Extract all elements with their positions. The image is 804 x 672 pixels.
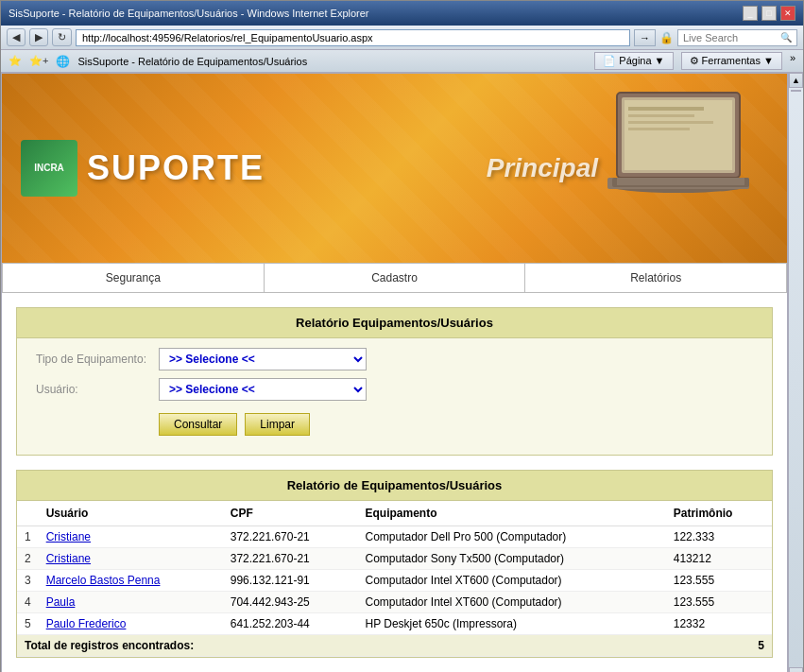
cell-patrimonio: 123.555 — [666, 592, 772, 613]
scroll-down-button[interactable]: ▼ — [789, 667, 803, 672]
cell-num: 1 — [17, 526, 39, 548]
browser-window: SisSuporte - Relatório de Equipamentos/U… — [0, 0, 804, 672]
col-cpf: CPF — [223, 501, 358, 526]
toolbar-buttons: 📄 Página ▼ ⚙ Ferramentas ▼ » — [594, 52, 795, 70]
table-row: 5 Paulo Frederico 641.252.203-44 HP Desk… — [17, 613, 772, 635]
total-row: Total de registros encontrados: 5 — [17, 635, 772, 657]
forward-button[interactable]: ▶ — [29, 28, 48, 46]
cell-equipamento: Computador Sony Tx500 (Computador) — [357, 548, 665, 570]
results-section: Relatório de Equipamentos/Usuários Usuár… — [16, 470, 773, 658]
window-title: SisSuporte - Relatório de Equipamentos/U… — [9, 8, 369, 19]
security-icon: 🔒 — [659, 31, 674, 44]
main-scroll: INCRA SUPORTE Principal — [1, 73, 788, 672]
refresh-button[interactable]: ↻ — [52, 28, 72, 46]
nav-relatorios[interactable]: Relatórios — [525, 264, 786, 292]
cell-num: 5 — [17, 613, 39, 635]
maximize-button[interactable]: □ — [761, 6, 777, 21]
logo-area: INCRA SUPORTE — [21, 140, 265, 197]
table-row: 1 Cristiane 372.221.670-21 Computador De… — [17, 526, 772, 548]
address-input[interactable] — [76, 29, 630, 46]
results-table: Usuário CPF Equipamento Patrimônio 1 Cri… — [17, 501, 772, 657]
total-label: Total de registros encontrados: — [17, 635, 666, 657]
cell-usuario[interactable]: Marcelo Bastos Penna — [39, 570, 223, 592]
usuario-label: Usuário: — [36, 383, 149, 396]
minimize-button[interactable]: _ — [743, 6, 758, 21]
cell-num: 2 — [17, 548, 39, 570]
page-icon: 🌐 — [56, 55, 70, 68]
content-area: INCRA SUPORTE Principal — [1, 73, 788, 672]
cell-equipamento: Computador Dell Pro 500 (Computador) — [357, 526, 665, 548]
search-icon: 🔍 — [780, 32, 792, 43]
svg-rect-6 — [628, 128, 690, 130]
vertical-scrollbar[interactable]: ▲ ▼ — [788, 73, 803, 672]
svg-rect-5 — [628, 121, 713, 124]
scroll-track[interactable] — [789, 94, 803, 667]
favorites-bar: ⭐ ⭐+ 🌐 SisSuporte - Relatório de Equipam… — [1, 50, 803, 73]
table-row: 2 Cristiane 372.221.670-21 Computador So… — [17, 548, 772, 570]
tab-label: SisSuporte - Relatório de Equipamentos/U… — [77, 56, 307, 67]
search-box: 🔍 — [677, 29, 797, 46]
col-equipamento: Equipamento — [357, 501, 665, 526]
favorites-button[interactable]: ⭐ — [9, 55, 22, 67]
cell-usuario[interactable]: Paula — [39, 592, 223, 613]
window-controls: _ □ ✕ — [743, 6, 795, 21]
usuario-select[interactable]: >> Selecione << — [159, 378, 367, 401]
button-row: Consultar Limpar — [36, 408, 753, 445]
search-input[interactable] — [683, 32, 778, 43]
nav-menu: Segurança Cadastro Relatórios — [2, 263, 787, 293]
report-form-section: Relatório Equipamentos/Usuários Tipo de … — [16, 307, 773, 456]
content-wrapper: INCRA SUPORTE Principal — [1, 73, 803, 672]
back-button[interactable]: ◀ — [7, 28, 26, 46]
total-value: 5 — [666, 635, 772, 657]
cell-patrimonio: 12332 — [666, 613, 772, 635]
table-row: 3 Marcelo Bastos Penna 996.132.121-91 Co… — [17, 570, 772, 592]
scroll-thumb[interactable] — [791, 90, 801, 92]
table-header-row: Usuário CPF Equipamento Patrimônio — [17, 501, 772, 526]
address-bar: → 🔒 — [76, 29, 674, 46]
logo-text: INCRA — [34, 163, 64, 174]
header-banner: INCRA SUPORTE Principal — [2, 74, 787, 263]
svg-rect-10 — [617, 178, 744, 185]
col-num — [17, 501, 39, 526]
add-favorites-button[interactable]: ⭐+ — [29, 55, 48, 67]
page-header: INCRA SUPORTE Principal — [2, 74, 787, 263]
cell-num: 3 — [17, 570, 39, 592]
cell-usuario[interactable]: Cristiane — [39, 526, 223, 548]
cell-equipamento: HP Deskjet 650c (Impressora) — [357, 613, 665, 635]
nav-cadastro[interactable]: Cadastro — [265, 264, 526, 292]
cell-num: 4 — [17, 592, 39, 613]
pagina-button[interactable]: 📄 Página ▼ — [594, 52, 673, 70]
cell-cpf: 641.252.203-44 — [223, 613, 358, 635]
laptop-illustration — [598, 83, 768, 234]
cell-usuario[interactable]: Cristiane — [39, 548, 223, 570]
logo-box: INCRA — [21, 140, 77, 197]
svg-rect-4 — [628, 114, 694, 117]
tipo-label: Tipo de Equipamento: — [36, 353, 149, 366]
svg-rect-3 — [628, 107, 704, 111]
main-content: Relatório Equipamentos/Usuários Tipo de … — [2, 293, 787, 672]
report-form-title: Relatório Equipamentos/Usuários — [17, 308, 772, 338]
tipo-select[interactable]: >> Selecione << — [159, 348, 367, 370]
cell-patrimonio: 123.555 — [666, 570, 772, 592]
scroll-up-button[interactable]: ▲ — [789, 73, 803, 88]
close-button[interactable]: ✕ — [780, 6, 795, 21]
cell-cpf: 996.132.121-91 — [223, 570, 358, 592]
cell-patrimonio: 122.333 — [666, 526, 772, 548]
limpar-button[interactable]: Limpar — [245, 413, 310, 436]
cell-patrimonio: 413212 — [666, 548, 772, 570]
consultar-button[interactable]: Consultar — [159, 413, 237, 436]
svg-rect-2 — [624, 100, 732, 170]
cell-equipamento: Computador Intel XT600 (Computador) — [357, 592, 665, 613]
cell-usuario[interactable]: Paulo Frederico — [39, 613, 223, 635]
results-title: Relatório de Equipamentos/Usuários — [17, 471, 772, 501]
expand-icon: » — [790, 52, 795, 70]
cell-cpf: 704.442.943-25 — [223, 592, 358, 613]
cell-cpf: 372.221.670-21 — [223, 548, 358, 570]
title-bar: SisSuporte - Relatório de Equipamentos/U… — [1, 1, 803, 26]
ferramentas-button[interactable]: ⚙ Ferramentas ▼ — [681, 52, 782, 70]
cell-equipamento: Computador Intel XT600 (Computador) — [357, 570, 665, 592]
tipo-row: Tipo de Equipamento: >> Selecione << — [36, 348, 753, 370]
go-button[interactable]: → — [634, 29, 656, 46]
nav-seguranca[interactable]: Segurança — [3, 264, 265, 292]
usuario-row: Usuário: >> Selecione << — [36, 378, 753, 401]
